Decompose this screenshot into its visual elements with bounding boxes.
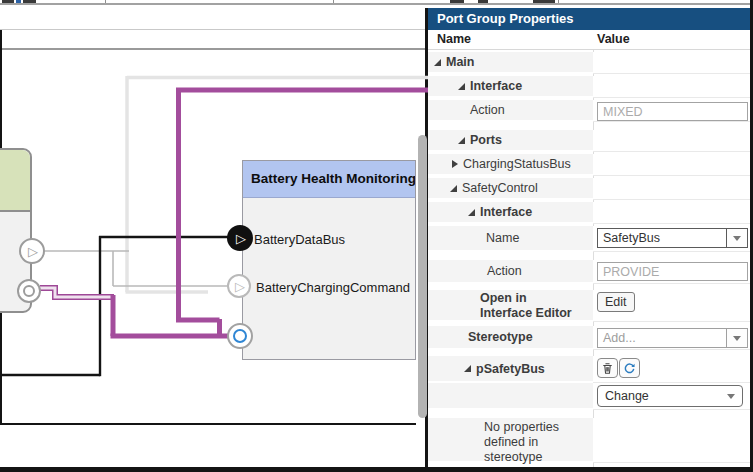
expand-icon[interactable] [434, 59, 441, 66]
tree-row-open-interface-editor: Open in Interface Editor Edit [428, 290, 750, 322]
trash-icon [601, 362, 614, 375]
port-action-input[interactable] [597, 262, 748, 281]
battery-block-title: Battery Health Monitoring [243, 161, 415, 198]
edit-button[interactable]: Edit [597, 292, 635, 312]
expand-icon[interactable] [458, 137, 465, 144]
stereotype-dropdown[interactable]: Add... [597, 328, 748, 348]
tree-row-change: Change [428, 383, 750, 410]
port-safetycontrol-selected[interactable] [227, 323, 253, 349]
chevron-down-icon [733, 236, 741, 241]
expand-icon[interactable] [450, 185, 457, 192]
interface-name-dropdown[interactable]: SafetyBus [597, 228, 748, 248]
dropdown-arrow-button[interactable] [727, 228, 748, 248]
tree-row-name: Name SafetyBus [428, 226, 750, 252]
action-value-input[interactable] [597, 102, 748, 121]
port-label-batterychargingcommand: BatteryChargingCommand [256, 280, 410, 295]
delete-stereotype-button[interactable] [597, 358, 618, 378]
column-header-value: Value [597, 32, 630, 46]
tree-row-main[interactable]: Main [428, 52, 750, 74]
input-port-batterychargingcommand[interactable]: ▷ [227, 274, 251, 298]
panel-title: Port Group Properties [428, 8, 750, 30]
tree-row-action: Action [428, 100, 750, 122]
expand-icon[interactable] [458, 83, 465, 90]
connector-selected-halo [40, 288, 114, 297]
change-dropdown[interactable]: Change [597, 385, 743, 407]
collapse-icon[interactable] [452, 160, 458, 168]
port-ring-icon [23, 285, 35, 297]
tree-row-chargingstatusbus[interactable]: ChargingStatusBus [428, 154, 750, 176]
port-triangle-icon: ▷ [28, 245, 38, 258]
tree-row-stereotype: Stereotype Add... [428, 326, 750, 350]
canvas-vertical-scrollbar[interactable] [418, 135, 427, 418]
panel-column-header: Name Value [428, 30, 750, 50]
port-triangle-icon: ▷ [236, 232, 246, 245]
tree-row-interface-nested[interactable]: Interface [428, 202, 750, 224]
port-group-properties-panel: Port Group Properties Name Value Main In… [428, 8, 750, 467]
port-label-batterydatabus: BatteryDataBus [254, 232, 345, 247]
tree-row-ports[interactable]: Ports [428, 130, 750, 152]
column-header-name: Name [437, 32, 471, 46]
tree-row-psafetybus[interactable]: pSafetyBus [428, 356, 750, 383]
battery-health-monitoring-block[interactable]: Battery Health Monitoring BatteryDataBus… [242, 160, 416, 360]
tree-row-action2: Action [428, 260, 750, 284]
selected-port-ring-icon [233, 329, 247, 343]
port-triangle-icon: ▷ [235, 280, 245, 293]
source-block-header [0, 150, 30, 212]
expand-icon[interactable] [468, 209, 475, 216]
tree-row-interface[interactable]: Interface [428, 76, 750, 98]
output-port-circle[interactable] [17, 279, 41, 303]
chevron-down-icon [733, 336, 741, 341]
connector-gray-thin [44, 251, 228, 286]
refresh-icon [623, 362, 636, 375]
refresh-stereotype-button[interactable] [619, 358, 640, 378]
dropdown-arrow-button[interactable] [727, 328, 748, 348]
tree-row-no-properties: No properties defined in stereotype [428, 418, 750, 463]
expand-icon[interactable] [464, 365, 471, 372]
chevron-down-icon [727, 394, 735, 399]
tree-row-safetycontrol[interactable]: SafetyControl [428, 178, 750, 200]
output-port-triangle[interactable]: ▷ [19, 238, 45, 264]
input-port-batterydatabus[interactable]: ▷ [227, 225, 253, 251]
